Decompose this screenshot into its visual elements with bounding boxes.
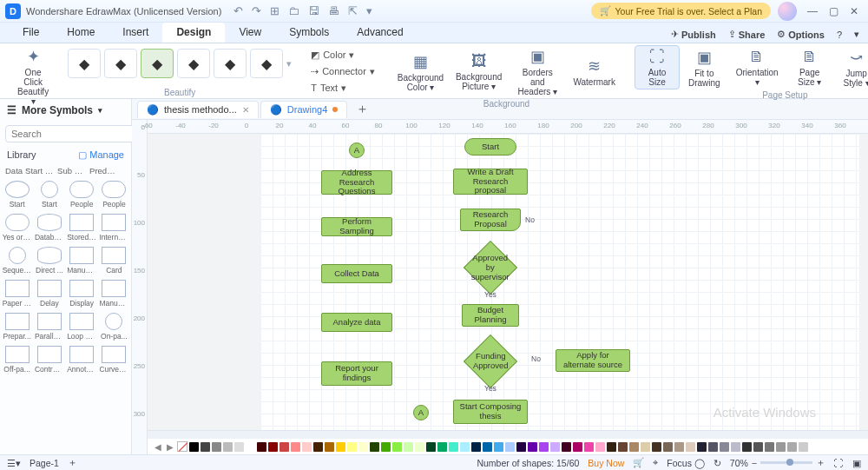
theme-3[interactable]: ◆ xyxy=(141,49,174,78)
cat-start[interactable]: Start or... xyxy=(25,166,55,175)
tab-drawing4[interactable]: 🔵 Drawing4 xyxy=(260,101,347,118)
color-swatch[interactable] xyxy=(201,442,210,452)
color-swatch[interactable] xyxy=(629,442,639,452)
shape-item[interactable]: Manual... xyxy=(67,245,97,276)
color-swatch[interactable] xyxy=(516,442,526,452)
color-swatch[interactable] xyxy=(313,442,323,452)
borders-headers-button[interactable]: ▣Borders andHeaders ▾ xyxy=(509,45,566,98)
page-size-button[interactable]: 🗎PageSize ▾ xyxy=(787,46,832,89)
add-page-button[interactable]: ＋ xyxy=(68,457,77,469)
avatar[interactable] xyxy=(778,2,797,21)
trial-banner[interactable]: 🛒 Your Free Trial is over. Select a Plan xyxy=(591,3,771,19)
theme-5[interactable]: ◆ xyxy=(214,49,247,78)
color-swatch[interactable] xyxy=(483,442,492,452)
menu-home[interactable]: Home xyxy=(53,23,108,43)
undo-icon[interactable]: ↶ xyxy=(233,4,243,17)
node-connector-a-bottom[interactable]: A xyxy=(413,405,429,420)
node-compose-thesis[interactable]: Start Composing thesis xyxy=(453,400,528,424)
color-swatch[interactable] xyxy=(720,442,729,452)
node-collect-data[interactable]: Collect Data xyxy=(321,264,392,283)
color-swatch[interactable] xyxy=(731,442,740,452)
shape-item[interactable]: Card xyxy=(99,245,129,276)
color-swatch[interactable] xyxy=(708,442,718,452)
open-icon[interactable]: 🗀 xyxy=(288,4,299,17)
cart-icon[interactable]: 🛒 xyxy=(633,457,644,468)
shape-item[interactable]: Direct ... xyxy=(34,245,64,276)
color-swatch[interactable] xyxy=(460,442,470,452)
color-swatch[interactable] xyxy=(392,442,402,452)
color-swatch[interactable] xyxy=(189,442,199,452)
node-perform-sampling[interactable]: Perform Sampling xyxy=(321,217,392,236)
shape-item[interactable]: Yes or No xyxy=(2,212,32,243)
node-analyze-data[interactable]: Analyze data xyxy=(321,313,392,332)
close-icon[interactable]: ✕ xyxy=(242,105,249,115)
node-connector-a-top[interactable]: A xyxy=(349,142,365,158)
close-button[interactable]: ✕ xyxy=(845,5,863,17)
menu-view[interactable]: View xyxy=(225,23,275,43)
shape-item[interactable]: Manual... xyxy=(99,278,129,309)
watermark-button[interactable]: ≋Watermark xyxy=(568,55,621,89)
export-icon[interactable]: ⇱ xyxy=(348,4,358,17)
color-swatch[interactable] xyxy=(471,442,481,452)
fit-page-icon[interactable]: ⛶ xyxy=(834,458,844,468)
color-swatch[interactable] xyxy=(742,442,752,452)
color-swatch[interactable] xyxy=(302,442,312,452)
color-swatch[interactable] xyxy=(336,442,345,452)
more-icon[interactable]: ▾ xyxy=(366,4,372,17)
shape-item[interactable]: Display xyxy=(67,278,97,309)
orientation-button[interactable]: 🗎Orientation▾ xyxy=(729,46,786,89)
color-swatch[interactable] xyxy=(494,442,503,452)
target-icon[interactable]: ⌖ xyxy=(653,457,658,468)
zoom-out-button[interactable]: − xyxy=(752,458,757,468)
color-swatch[interactable] xyxy=(279,442,289,452)
shape-item[interactable]: Paper T... xyxy=(2,278,32,309)
shape-item[interactable]: Sequen... xyxy=(2,245,32,276)
fit-drawing-button[interactable]: ▣Fit toDrawing xyxy=(681,46,727,89)
shape-item[interactable]: On-pa... xyxy=(99,311,129,342)
color-swatch[interactable] xyxy=(449,442,458,452)
color-swatch[interactable] xyxy=(753,442,763,452)
menu-file[interactable]: File xyxy=(9,23,53,43)
shape-item[interactable]: Off-pa... xyxy=(2,344,32,375)
page-indicator[interactable]: Page-1 xyxy=(30,458,59,468)
text-button[interactable]: T Text ▾ xyxy=(307,81,378,96)
color-swatch[interactable] xyxy=(787,442,797,452)
color-swatch[interactable] xyxy=(291,442,300,452)
maximize-button[interactable]: ▢ xyxy=(825,5,842,17)
search-input[interactable] xyxy=(5,125,137,142)
shape-item[interactable]: Start xyxy=(2,179,32,210)
color-swatch[interactable] xyxy=(246,442,255,452)
color-swatch[interactable] xyxy=(573,442,582,452)
palette-next-icon[interactable]: ▶ xyxy=(165,442,175,452)
color-swatch[interactable] xyxy=(358,442,368,452)
color-swatch[interactable] xyxy=(223,442,233,452)
cat-data[interactable]: Data xyxy=(5,166,23,175)
shape-item[interactable]: Control... xyxy=(34,344,64,375)
node-start[interactable]: Start xyxy=(464,138,516,156)
color-swatch[interactable] xyxy=(595,442,605,452)
color-swatch[interactable] xyxy=(415,442,424,452)
shape-item[interactable]: Parallel... xyxy=(34,311,64,342)
canvas[interactable]: A Address Research Questions Perform Sam… xyxy=(148,134,868,430)
color-swatch[interactable] xyxy=(539,442,549,452)
color-swatch[interactable] xyxy=(528,442,537,452)
options-link[interactable]: ⚙ Options xyxy=(777,29,825,40)
color-swatch[interactable] xyxy=(257,442,266,452)
share-link[interactable]: ⇪ Share xyxy=(728,29,766,40)
color-swatch[interactable] xyxy=(652,442,661,452)
color-swatch[interactable] xyxy=(370,442,379,452)
theme-more-icon[interactable]: ▾ xyxy=(286,58,292,70)
theme-1[interactable]: ◆ xyxy=(68,49,101,78)
tab-thesis[interactable]: 🔵 thesis methodo... ✕ xyxy=(137,101,259,118)
publish-link[interactable]: ✈ Publish xyxy=(671,29,716,40)
color-swatch[interactable] xyxy=(562,442,571,452)
color-swatch[interactable] xyxy=(234,442,244,452)
page[interactable]: A Address Research Questions Perform Sam… xyxy=(260,134,859,430)
node-write-draft[interactable]: Write a Draft Research proposal xyxy=(453,169,528,195)
shape-item[interactable]: Internati... xyxy=(99,212,129,243)
node-address-questions[interactable]: Address Research Questions xyxy=(321,170,392,195)
menu-symbols[interactable]: Symbols xyxy=(275,23,343,43)
color-button[interactable]: ◩ Color ▾ xyxy=(307,48,378,63)
node-decision-supervisor[interactable]: Approved by supervisor xyxy=(464,241,517,295)
node-report-findings[interactable]: Report your findings xyxy=(321,361,392,386)
